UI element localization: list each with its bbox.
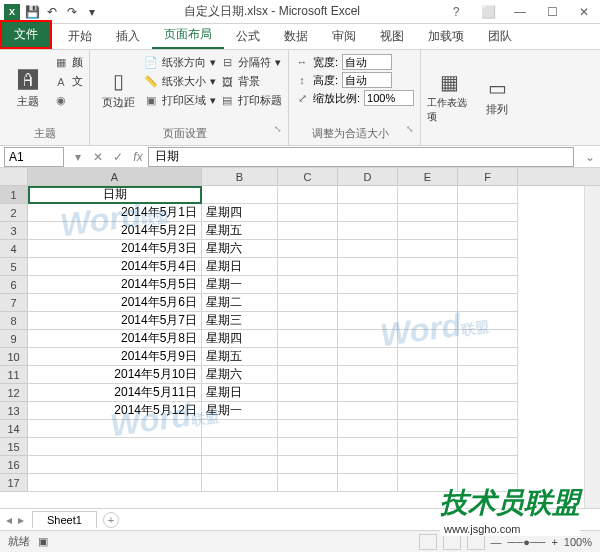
- cell[interactable]: 2014年5月11日: [28, 384, 202, 402]
- cell[interactable]: [398, 240, 458, 258]
- theme-colors-button[interactable]: ▦颜: [54, 54, 83, 71]
- row-header[interactable]: 7: [0, 294, 28, 312]
- row-header[interactable]: 14: [0, 420, 28, 438]
- cell[interactable]: [398, 204, 458, 222]
- sheet-nav-next-icon[interactable]: ▸: [18, 513, 24, 527]
- themes-button[interactable]: 🅰 主题: [6, 54, 50, 124]
- cell[interactable]: [398, 438, 458, 456]
- cell[interactable]: [278, 438, 338, 456]
- row-header[interactable]: 6: [0, 276, 28, 294]
- cell[interactable]: [398, 330, 458, 348]
- cell[interactable]: 2014年5月4日: [28, 258, 202, 276]
- row-header[interactable]: 10: [0, 348, 28, 366]
- row-header[interactable]: 15: [0, 438, 28, 456]
- cell[interactable]: 2014年5月6日: [28, 294, 202, 312]
- cell[interactable]: 星期三: [202, 312, 278, 330]
- redo-icon[interactable]: ↷: [64, 4, 80, 20]
- cell[interactable]: 星期四: [202, 330, 278, 348]
- qat-customize-icon[interactable]: ▾: [84, 4, 100, 20]
- cell[interactable]: [458, 258, 518, 276]
- cell[interactable]: [458, 456, 518, 474]
- cell[interactable]: 2014年5月10日: [28, 366, 202, 384]
- tab-page-layout[interactable]: 页面布局: [152, 22, 224, 49]
- zoom-slider[interactable]: ──●──: [508, 536, 546, 548]
- orientation-button[interactable]: 📄纸张方向 ▾: [144, 54, 216, 71]
- cell[interactable]: 星期四: [202, 204, 278, 222]
- cell[interactable]: 2014年5月7日: [28, 312, 202, 330]
- cell[interactable]: [278, 420, 338, 438]
- cell[interactable]: 星期五: [202, 348, 278, 366]
- cell[interactable]: [338, 294, 398, 312]
- cell[interactable]: [278, 240, 338, 258]
- cell[interactable]: [458, 330, 518, 348]
- cell[interactable]: [458, 348, 518, 366]
- cell[interactable]: [202, 186, 278, 204]
- maximize-icon[interactable]: ☐: [540, 2, 564, 22]
- row-header[interactable]: 11: [0, 366, 28, 384]
- cell[interactable]: [338, 348, 398, 366]
- cell[interactable]: [398, 402, 458, 420]
- row-header[interactable]: 16: [0, 456, 28, 474]
- tab-home[interactable]: 开始: [56, 24, 104, 49]
- formula-input[interactable]: 日期: [148, 147, 574, 167]
- tab-insert[interactable]: 插入: [104, 24, 152, 49]
- close-icon[interactable]: ✕: [572, 2, 596, 22]
- tab-review[interactable]: 审阅: [320, 24, 368, 49]
- cell[interactable]: 星期日: [202, 384, 278, 402]
- cell[interactable]: 星期六: [202, 366, 278, 384]
- undo-icon[interactable]: ↶: [44, 4, 60, 20]
- cell[interactable]: [278, 348, 338, 366]
- cell[interactable]: [398, 294, 458, 312]
- fx-icon[interactable]: fx: [128, 150, 148, 164]
- cell[interactable]: [458, 240, 518, 258]
- cell[interactable]: [458, 222, 518, 240]
- cell[interactable]: 2014年5月8日: [28, 330, 202, 348]
- cell[interactable]: 星期六: [202, 240, 278, 258]
- tab-team[interactable]: 团队: [476, 24, 524, 49]
- row-header[interactable]: 13: [0, 402, 28, 420]
- cell[interactable]: [278, 204, 338, 222]
- row-header[interactable]: 17: [0, 474, 28, 492]
- cell[interactable]: [338, 438, 398, 456]
- col-header-B[interactable]: B: [202, 168, 278, 185]
- tab-file[interactable]: 文件: [0, 20, 52, 49]
- cell[interactable]: [398, 420, 458, 438]
- cell[interactable]: [458, 204, 518, 222]
- cell[interactable]: [398, 186, 458, 204]
- print-area-button[interactable]: ▣打印区域 ▾: [144, 92, 216, 109]
- name-box[interactable]: A1: [4, 147, 64, 167]
- col-header-F[interactable]: F: [458, 168, 518, 185]
- cell[interactable]: 星期一: [202, 402, 278, 420]
- theme-fonts-button[interactable]: A文: [54, 73, 83, 90]
- cell[interactable]: [278, 474, 338, 492]
- cell[interactable]: [278, 384, 338, 402]
- cell[interactable]: [398, 276, 458, 294]
- paper-size-button[interactable]: 📏纸张大小 ▾: [144, 73, 216, 90]
- minimize-icon[interactable]: —: [508, 2, 532, 22]
- cell[interactable]: [202, 420, 278, 438]
- row-header[interactable]: 1: [0, 186, 28, 204]
- cell[interactable]: [278, 330, 338, 348]
- cancel-formula-icon[interactable]: ✕: [88, 150, 108, 164]
- cell[interactable]: [458, 366, 518, 384]
- row-header[interactable]: 8: [0, 312, 28, 330]
- breaks-button[interactable]: ⊟分隔符 ▾: [220, 54, 282, 71]
- cell[interactable]: [398, 312, 458, 330]
- expand-formula-icon[interactable]: ⌄: [580, 150, 600, 164]
- cell[interactable]: 2014年5月9日: [28, 348, 202, 366]
- cell[interactable]: [458, 420, 518, 438]
- cell[interactable]: 2014年5月3日: [28, 240, 202, 258]
- vertical-scrollbar[interactable]: [584, 186, 600, 508]
- cell[interactable]: [458, 312, 518, 330]
- tab-data[interactable]: 数据: [272, 24, 320, 49]
- cell[interactable]: [338, 222, 398, 240]
- help-icon[interactable]: ?: [444, 2, 468, 22]
- macro-record-icon[interactable]: ▣: [38, 535, 48, 548]
- cell[interactable]: 2014年5月12日: [28, 402, 202, 420]
- cell[interactable]: [278, 186, 338, 204]
- cell[interactable]: [202, 456, 278, 474]
- cell[interactable]: [278, 276, 338, 294]
- cell[interactable]: [278, 402, 338, 420]
- zoom-in-icon[interactable]: +: [551, 536, 557, 548]
- cell[interactable]: [28, 474, 202, 492]
